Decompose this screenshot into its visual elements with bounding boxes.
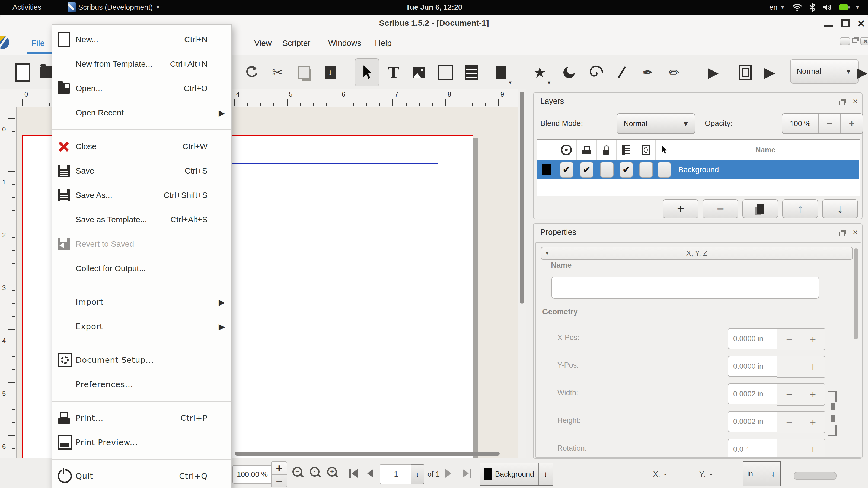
zoom-level-field[interactable]: 100.00 % — [232, 465, 275, 484]
layer-color-cell[interactable] — [537, 161, 556, 178]
close-button[interactable]: × — [855, 14, 868, 32]
chevron-down-icon[interactable]: ▼ — [855, 5, 860, 10]
remove-layer-button[interactable]: − — [703, 199, 738, 218]
menu-view[interactable]: View — [254, 32, 272, 54]
opacity-increase-button[interactable]: + — [840, 114, 863, 133]
raise-layer-button[interactable]: ↑ — [782, 199, 818, 218]
mdi-close-button[interactable]: × — [860, 37, 868, 45]
checked-checkbox[interactable]: ✔ — [560, 162, 574, 177]
mdi-restore-button[interactable] — [850, 37, 859, 44]
decrease-button[interactable]: − — [777, 328, 802, 350]
decrease-button[interactable]: − — [777, 438, 802, 458]
vertical-scrollbar-thumb[interactable] — [520, 92, 524, 304]
close-panel-icon[interactable]: × — [853, 227, 858, 237]
geometry-field-y-pos[interactable]: 0.0000 in — [728, 356, 782, 377]
layers-table[interactable]: Name✔✔✔Background — [537, 139, 860, 196]
item-name-input[interactable] — [552, 276, 819, 299]
checked-checkbox[interactable]: ✔ — [580, 162, 593, 177]
menu-item-preferences[interactable]: Preferences... — [52, 372, 231, 397]
zoom-100-button[interactable]: · — [310, 467, 322, 479]
blend-mode-dropdown[interactable]: Normal ▼ — [617, 113, 695, 134]
menu-item-new-from-template[interactable]: New from Template...Ctrl+Alt+N — [52, 52, 231, 76]
mdi-minimize-button[interactable] — [840, 37, 850, 45]
unchecked-checkbox[interactable] — [600, 162, 614, 177]
chevron-down-icon[interactable]: ↓ — [766, 462, 780, 486]
insert-bezier-tool[interactable]: ✒ — [636, 55, 660, 90]
menu-item-save[interactable]: SaveCtrl+S — [52, 159, 231, 183]
geometry-field-x-pos[interactable]: 0.0000 in — [728, 328, 782, 349]
menu-item-open[interactable]: Open...Ctrl+O — [52, 76, 231, 101]
decrease-button[interactable]: − — [777, 411, 802, 433]
insert-image-frame-tool[interactable] — [407, 55, 431, 90]
next-page-button[interactable] — [445, 469, 452, 478]
properties-scrollbar-thumb[interactable] — [854, 248, 858, 339]
increase-button[interactable]: + — [801, 438, 826, 458]
menu-item-export[interactable]: Export▶ — [52, 314, 231, 338]
section-xyz-header[interactable]: ▾ X, Y, Z — [541, 247, 853, 260]
rotate-item-tool[interactable]: ▶ — [701, 55, 725, 90]
menu-item-save-as[interactable]: Save As...Ctrl+Shift+S — [52, 183, 231, 207]
vertical-scrollbar[interactable] — [518, 90, 527, 458]
float-panel-icon[interactable] — [839, 229, 847, 236]
unchecked-checkbox[interactable] — [657, 162, 671, 177]
ruler-origin-box[interactable] — [0, 90, 17, 107]
current-layer-dropdown[interactable]: Background ↓ — [479, 462, 553, 486]
edit-contents-tool[interactable] — [733, 55, 757, 90]
page-number-dropdown-button[interactable]: ↓ — [411, 464, 424, 484]
insert-shape-tool[interactable]: ▾ — [489, 55, 513, 90]
redo-button[interactable] — [240, 55, 264, 90]
geometry-field-rotation[interactable]: 0.0 ° — [728, 438, 782, 458]
menu-item-document-setup[interactable]: Document Setup... — [52, 348, 231, 372]
insert-render-frame-tool[interactable] — [433, 55, 458, 90]
geometry-field-width[interactable]: 0.0002 in — [728, 383, 782, 404]
insert-text-frame-tool[interactable]: T — [381, 55, 406, 90]
link-width-height-icon[interactable] — [828, 391, 837, 402]
checked-checkbox[interactable]: ✔ — [620, 162, 633, 177]
maximize-button[interactable] — [839, 14, 852, 32]
menu-item-collect-for-output[interactable]: Collect for Output... — [52, 256, 231, 281]
horizontal-scrollbar-thumb[interactable] — [235, 452, 500, 456]
menu-item-new[interactable]: New...Ctrl+N — [52, 27, 231, 52]
page-number-field[interactable]: 1 — [380, 464, 412, 484]
minimize-button[interactable] — [822, 14, 835, 32]
copy-button[interactable] — [292, 55, 316, 90]
cut-button[interactable]: ✂ — [265, 55, 290, 90]
insert-line-tool[interactable] — [610, 55, 634, 90]
clock[interactable]: Tue Jun 6, 12:20 — [406, 3, 462, 12]
zoom-tool[interactable]: ▶ — [757, 55, 782, 90]
menu-item-print-preview[interactable]: Print Preview... — [52, 430, 231, 455]
layer-check-cell-text-flow-icon[interactable]: ✔ — [617, 161, 636, 178]
app-menu-button[interactable]: Scribus (Development) ▼ — [67, 2, 160, 12]
lower-layer-button[interactable]: ↓ — [822, 199, 858, 218]
geometry-field-height[interactable]: 0.0002 in — [728, 411, 782, 432]
select-item-tool[interactable] — [355, 55, 379, 90]
menu-item-quit[interactable]: QuitCtrl+Q — [52, 464, 231, 488]
menu-item-import[interactable]: Import▶ — [52, 290, 231, 314]
activities-button[interactable]: Activities — [12, 3, 41, 12]
insert-freehand-tool[interactable]: ✏ — [662, 55, 686, 90]
paste-button[interactable]: ↓ — [318, 55, 343, 90]
menu-item-open-recent[interactable]: Open Recent▶ — [52, 101, 231, 125]
menu-item-print[interactable]: Print...Ctrl+P — [52, 406, 231, 430]
toolbar-overflow-button[interactable]: ▶ — [850, 55, 868, 90]
decrease-button[interactable]: − — [777, 356, 802, 378]
opacity-value[interactable]: 100 % — [782, 114, 818, 133]
menu-item-close[interactable]: CloseCtrl+W — [52, 134, 231, 159]
menu-help[interactable]: Help — [375, 32, 392, 54]
duplicate-layer-button[interactable] — [742, 199, 778, 218]
increase-button[interactable]: + — [801, 411, 826, 433]
unchecked-checkbox[interactable] — [639, 162, 653, 177]
menu-scripter[interactable]: Scripter — [282, 32, 310, 54]
first-page-button[interactable] — [351, 469, 358, 478]
last-page-button[interactable] — [463, 469, 469, 478]
increase-button[interactable]: + — [801, 383, 826, 405]
zoom-out-button[interactable]: − — [292, 467, 304, 479]
new-document-button[interactable] — [10, 55, 35, 90]
zoom-in-button[interactable]: + — [327, 467, 339, 479]
layer-check-cell-print-icon[interactable]: ✔ — [577, 161, 597, 178]
opacity-decrease-button[interactable]: − — [818, 114, 840, 133]
menu-windows[interactable]: Windows — [328, 32, 361, 54]
float-panel-icon[interactable] — [839, 98, 847, 105]
layer-name[interactable]: Background — [678, 161, 719, 178]
insert-table-tool[interactable] — [460, 55, 484, 90]
